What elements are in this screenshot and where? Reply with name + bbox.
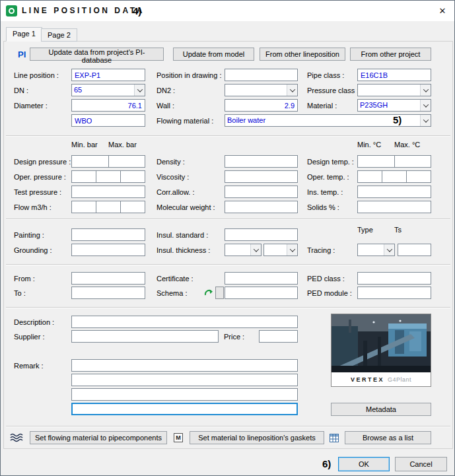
painting-label: Painting : [14, 231, 44, 239]
flow-1-input[interactable] [71, 201, 96, 213]
oper-temp-3-input[interactable] [406, 170, 431, 183]
grounding-label: Grounding : [14, 246, 52, 254]
dn-value: 65 [72, 85, 134, 96]
line-position-input[interactable] [71, 69, 145, 81]
photo-caption: VERTEX G4Plant [332, 372, 431, 386]
dn2-select[interactable] [225, 84, 298, 96]
oper-temp-2-input[interactable] [382, 170, 407, 183]
description-label: Description : [14, 318, 54, 326]
material-value: P235GH [358, 100, 420, 111]
corr-allow-input[interactable] [225, 186, 298, 198]
schema-input[interactable] [225, 287, 298, 299]
ped-class-input[interactable] [357, 272, 431, 285]
update-pi-database-button[interactable]: Update data from project's PI-database [30, 48, 164, 61]
metadata-button[interactable]: Metadata [331, 403, 431, 416]
tracing-label: Tracing : [307, 246, 335, 254]
from-input[interactable] [71, 272, 145, 285]
test-pressure-input[interactable] [71, 186, 145, 198]
chevron-down-icon [250, 244, 261, 255]
chevron-down-icon [420, 100, 431, 111]
to-input[interactable] [71, 287, 145, 299]
tab-page-2[interactable]: Page 2 [41, 28, 77, 42]
remark-input-1[interactable] [71, 359, 298, 372]
wall-input[interactable] [225, 99, 298, 112]
flow-3-input[interactable] [120, 201, 145, 213]
supplier-input[interactable] [71, 330, 219, 343]
oper-pressure-2-input[interactable] [96, 170, 121, 183]
ped-module-label: PED module : [307, 289, 352, 297]
separator [6, 135, 450, 137]
material-select[interactable]: P235GH [357, 99, 431, 112]
insul-thickness-select-2[interactable] [263, 244, 298, 256]
close-icon[interactable]: ✕ [431, 1, 454, 21]
chevron-down-icon [287, 85, 297, 96]
browse-as-list-button[interactable]: Browse as a list [345, 431, 431, 444]
dn2-label: DN2 : [157, 86, 175, 94]
separator [6, 219, 450, 220]
from-other-project-button[interactable]: From other project [350, 48, 431, 61]
flow-2-input[interactable] [96, 201, 121, 213]
code-input[interactable] [71, 114, 145, 127]
g4plant-product-text: G4Plant [388, 376, 411, 383]
insul-thickness-select-1[interactable] [225, 244, 262, 256]
viscosity-input[interactable] [225, 170, 298, 183]
pipe-class-input[interactable] [357, 69, 431, 81]
design-temp-max-input[interactable] [394, 155, 432, 168]
grounding-input[interactable] [71, 244, 145, 256]
painting-input[interactable] [71, 228, 145, 241]
separator [6, 307, 450, 308]
remark-input-2[interactable] [71, 374, 298, 386]
vertex-brand-text: VERTEX [351, 376, 384, 383]
design-temp-label: Design temp. : [307, 158, 354, 166]
ins-temp-input[interactable] [357, 186, 431, 198]
annotation-4: 4) [133, 5, 141, 17]
chevron-down-icon [287, 244, 297, 255]
update-from-model-button[interactable]: Update from model [173, 48, 254, 61]
schema-refresh-icon[interactable] [203, 287, 214, 298]
design-pressure-max-input[interactable] [108, 155, 146, 168]
ok-button[interactable]: OK [338, 457, 390, 471]
diameter-input[interactable] [71, 99, 145, 112]
design-temp-min-input[interactable] [357, 155, 395, 168]
density-input[interactable] [225, 155, 298, 168]
remark-input-3[interactable] [71, 388, 298, 401]
oper-temp-group [357, 170, 431, 183]
ped-module-input[interactable] [357, 287, 431, 299]
diameter-label: Diameter : [14, 102, 48, 110]
insul-thickness-label: Insul. thickness : [157, 246, 210, 254]
tab-page-1[interactable]: Page 1 [6, 27, 42, 42]
max-bar-header: Max. bar [108, 141, 137, 149]
flowing-material-label: Flowing material : [157, 117, 213, 125]
molecular-weight-input[interactable] [225, 201, 298, 213]
tracing-type-select[interactable] [357, 244, 395, 256]
oper-pressure-3-input[interactable] [120, 170, 145, 183]
to-label: To : [14, 289, 26, 297]
molecular-weight-label: Molecular weight : [157, 203, 215, 211]
schema-browse-button[interactable] [215, 287, 224, 299]
max-c-header: Max. °C [394, 141, 420, 149]
description-input[interactable] [71, 316, 298, 328]
tracing-ts-input[interactable] [398, 244, 431, 256]
set-flowing-material-button[interactable]: Set flowing material to pipecomponents [30, 431, 167, 444]
oper-pressure-1-input[interactable] [71, 170, 96, 183]
price-input[interactable] [259, 330, 298, 343]
oper-temp-1-input[interactable] [357, 170, 382, 183]
design-temp-group [357, 155, 431, 168]
cancel-button[interactable]: Cancel [395, 457, 447, 471]
remark-label: Remark : [14, 362, 44, 370]
from-other-lineposition-button[interactable]: From other lineposition [260, 48, 345, 61]
position-in-drawing-input[interactable] [225, 69, 298, 81]
set-material-gaskets-button[interactable]: Set material to lineposition's gaskets [190, 431, 324, 444]
chevron-down-icon [420, 85, 431, 96]
remark-input-4[interactable] [71, 403, 298, 415]
pressure-class-select[interactable] [357, 84, 431, 96]
tracing-type-header: Type [357, 226, 373, 234]
dn-select[interactable]: 65 [71, 84, 145, 96]
design-pressure-min-input[interactable] [71, 155, 109, 168]
wave-icon [10, 432, 24, 443]
solids-input[interactable] [357, 201, 431, 213]
insul-standard-input[interactable] [225, 228, 298, 241]
chevron-down-icon [420, 115, 431, 126]
certificate-input[interactable] [225, 272, 298, 285]
flowing-material-value: Boiler water [225, 115, 420, 126]
